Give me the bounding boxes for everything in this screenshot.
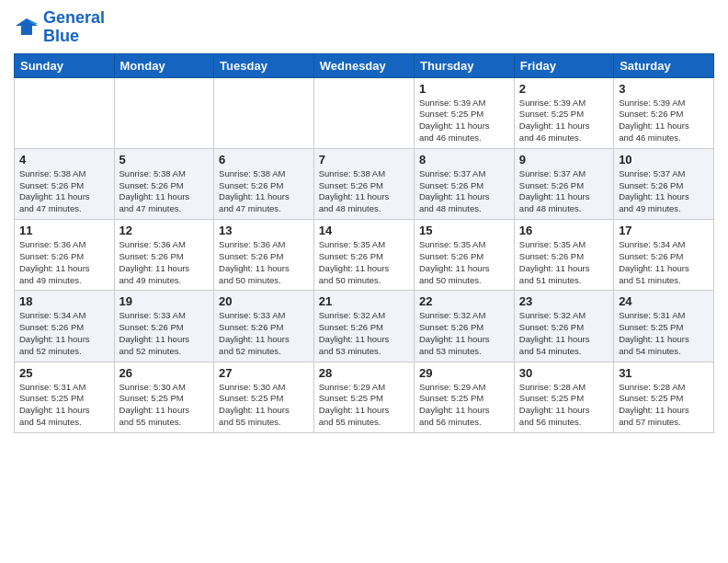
day-info: Sunrise: 5:33 AM Sunset: 5:26 PM Dayligh… [119, 310, 210, 357]
day-number: 16 [519, 224, 609, 237]
day-info: Sunrise: 5:37 AM Sunset: 5:26 PM Dayligh… [419, 168, 509, 215]
calendar-cell: 27Sunrise: 5:30 AM Sunset: 5:25 PM Dayli… [214, 362, 314, 432]
day-number: 10 [619, 153, 709, 167]
day-info: Sunrise: 5:34 AM Sunset: 5:26 PM Dayligh… [619, 239, 709, 286]
day-number: 2 [519, 82, 609, 96]
day-info: Sunrise: 5:37 AM Sunset: 5:26 PM Dayligh… [519, 168, 609, 215]
calendar-cell: 1Sunrise: 5:39 AM Sunset: 5:25 PM Daylig… [415, 77, 515, 148]
calendar-cell: 7Sunrise: 5:38 AM Sunset: 5:26 PM Daylig… [313, 148, 414, 219]
logo-icon [14, 17, 40, 39]
calendar-cell [214, 77, 314, 148]
day-info: Sunrise: 5:38 AM Sunset: 5:26 PM Dayligh… [19, 168, 109, 215]
day-number: 1 [419, 82, 509, 96]
calendar-week-row: 18Sunrise: 5:34 AM Sunset: 5:26 PM Dayli… [15, 291, 714, 362]
day-info: Sunrise: 5:28 AM Sunset: 5:25 PM Dayligh… [519, 382, 609, 429]
day-info: Sunrise: 5:36 AM Sunset: 5:26 PM Dayligh… [219, 239, 309, 286]
day-number: 26 [119, 366, 210, 380]
day-number: 7 [319, 153, 409, 167]
calendar-week-row: 1Sunrise: 5:39 AM Sunset: 5:25 PM Daylig… [15, 77, 714, 148]
svg-marker-0 [16, 18, 38, 35]
calendar-cell: 30Sunrise: 5:28 AM Sunset: 5:25 PM Dayli… [514, 362, 613, 432]
day-number: 22 [419, 294, 509, 308]
weekday-header-sunday: Sunday [15, 53, 115, 77]
day-number: 25 [19, 366, 109, 380]
day-info: Sunrise: 5:35 AM Sunset: 5:26 PM Dayligh… [519, 239, 609, 286]
calendar-cell: 20Sunrise: 5:33 AM Sunset: 5:26 PM Dayli… [214, 291, 314, 362]
day-number: 30 [519, 366, 609, 380]
day-number: 8 [419, 153, 509, 167]
calendar-cell: 28Sunrise: 5:29 AM Sunset: 5:25 PM Dayli… [313, 362, 414, 432]
calendar-cell: 3Sunrise: 5:39 AM Sunset: 5:26 PM Daylig… [614, 77, 714, 148]
logo: General Blue [14, 9, 105, 46]
calendar-cell: 17Sunrise: 5:34 AM Sunset: 5:26 PM Dayli… [614, 220, 714, 291]
day-number: 5 [119, 153, 210, 167]
calendar-cell: 6Sunrise: 5:38 AM Sunset: 5:26 PM Daylig… [214, 148, 314, 219]
calendar-cell [15, 77, 115, 148]
logo-text: General Blue [43, 9, 105, 46]
calendar-cell: 11Sunrise: 5:36 AM Sunset: 5:26 PM Dayli… [15, 220, 115, 291]
day-info: Sunrise: 5:39 AM Sunset: 5:25 PM Dayligh… [419, 98, 509, 144]
day-info: Sunrise: 5:30 AM Sunset: 5:25 PM Dayligh… [119, 382, 210, 429]
day-info: Sunrise: 5:31 AM Sunset: 5:25 PM Dayligh… [619, 310, 709, 357]
day-number: 15 [419, 224, 509, 237]
day-info: Sunrise: 5:39 AM Sunset: 5:26 PM Dayligh… [619, 98, 709, 144]
day-number: 19 [119, 294, 210, 308]
calendar-cell: 2Sunrise: 5:39 AM Sunset: 5:25 PM Daylig… [514, 77, 613, 148]
day-info: Sunrise: 5:38 AM Sunset: 5:26 PM Dayligh… [119, 168, 210, 215]
day-info: Sunrise: 5:31 AM Sunset: 5:25 PM Dayligh… [19, 382, 109, 429]
calendar-cell: 13Sunrise: 5:36 AM Sunset: 5:26 PM Dayli… [214, 220, 314, 291]
calendar-cell: 16Sunrise: 5:35 AM Sunset: 5:26 PM Dayli… [514, 220, 613, 291]
day-info: Sunrise: 5:29 AM Sunset: 5:25 PM Dayligh… [319, 382, 409, 429]
day-info: Sunrise: 5:30 AM Sunset: 5:25 PM Dayligh… [219, 382, 309, 429]
calendar-cell: 15Sunrise: 5:35 AM Sunset: 5:26 PM Dayli… [415, 220, 515, 291]
day-info: Sunrise: 5:38 AM Sunset: 5:26 PM Dayligh… [219, 168, 309, 215]
day-number: 4 [19, 153, 109, 167]
day-info: Sunrise: 5:32 AM Sunset: 5:26 PM Dayligh… [519, 310, 609, 357]
page-header: General Blue [14, 9, 714, 46]
day-info: Sunrise: 5:37 AM Sunset: 5:26 PM Dayligh… [619, 168, 709, 215]
calendar-cell [114, 77, 214, 148]
day-info: Sunrise: 5:32 AM Sunset: 5:26 PM Dayligh… [319, 310, 409, 357]
calendar-cell: 10Sunrise: 5:37 AM Sunset: 5:26 PM Dayli… [614, 148, 714, 219]
day-number: 13 [219, 224, 309, 237]
calendar-week-row: 4Sunrise: 5:38 AM Sunset: 5:26 PM Daylig… [15, 148, 714, 219]
calendar-cell: 26Sunrise: 5:30 AM Sunset: 5:25 PM Dayli… [114, 362, 214, 432]
calendar-week-row: 25Sunrise: 5:31 AM Sunset: 5:25 PM Dayli… [15, 362, 714, 432]
day-number: 9 [519, 153, 609, 167]
weekday-header-tuesday: Tuesday [214, 53, 314, 77]
day-number: 29 [419, 366, 509, 380]
calendar-week-row: 11Sunrise: 5:36 AM Sunset: 5:26 PM Dayli… [15, 220, 714, 291]
day-number: 18 [19, 294, 109, 308]
weekday-header-saturday: Saturday [614, 53, 714, 77]
day-number: 3 [619, 82, 709, 96]
day-number: 11 [19, 224, 109, 237]
day-number: 20 [219, 294, 309, 308]
weekday-header-thursday: Thursday [415, 53, 515, 77]
weekday-header-monday: Monday [114, 53, 214, 77]
day-number: 6 [219, 153, 309, 167]
day-info: Sunrise: 5:38 AM Sunset: 5:26 PM Dayligh… [319, 168, 409, 215]
calendar-cell: 14Sunrise: 5:35 AM Sunset: 5:26 PM Dayli… [313, 220, 414, 291]
day-info: Sunrise: 5:28 AM Sunset: 5:25 PM Dayligh… [619, 382, 709, 429]
day-info: Sunrise: 5:35 AM Sunset: 5:26 PM Dayligh… [319, 239, 409, 286]
calendar-cell: 9Sunrise: 5:37 AM Sunset: 5:26 PM Daylig… [514, 148, 613, 219]
day-number: 24 [619, 294, 709, 308]
calendar-cell: 29Sunrise: 5:29 AM Sunset: 5:25 PM Dayli… [415, 362, 515, 432]
day-info: Sunrise: 5:29 AM Sunset: 5:25 PM Dayligh… [419, 382, 509, 429]
calendar-table: SundayMondayTuesdayWednesdayThursdayFrid… [14, 53, 714, 433]
calendar-cell: 24Sunrise: 5:31 AM Sunset: 5:25 PM Dayli… [614, 291, 714, 362]
calendar-cell: 23Sunrise: 5:32 AM Sunset: 5:26 PM Dayli… [514, 291, 613, 362]
calendar-cell: 8Sunrise: 5:37 AM Sunset: 5:26 PM Daylig… [415, 148, 515, 219]
calendar-cell: 5Sunrise: 5:38 AM Sunset: 5:26 PM Daylig… [114, 148, 214, 219]
day-number: 31 [619, 366, 709, 380]
calendar-cell: 25Sunrise: 5:31 AM Sunset: 5:25 PM Dayli… [15, 362, 115, 432]
day-info: Sunrise: 5:39 AM Sunset: 5:25 PM Dayligh… [519, 98, 609, 144]
day-info: Sunrise: 5:34 AM Sunset: 5:26 PM Dayligh… [19, 310, 109, 357]
day-number: 12 [119, 224, 210, 237]
calendar-cell: 19Sunrise: 5:33 AM Sunset: 5:26 PM Dayli… [114, 291, 214, 362]
calendar-cell: 21Sunrise: 5:32 AM Sunset: 5:26 PM Dayli… [313, 291, 414, 362]
weekday-header-row: SundayMondayTuesdayWednesdayThursdayFrid… [15, 53, 714, 77]
calendar-cell: 12Sunrise: 5:36 AM Sunset: 5:26 PM Dayli… [114, 220, 214, 291]
day-info: Sunrise: 5:36 AM Sunset: 5:26 PM Dayligh… [19, 239, 109, 286]
day-info: Sunrise: 5:32 AM Sunset: 5:26 PM Dayligh… [419, 310, 509, 357]
